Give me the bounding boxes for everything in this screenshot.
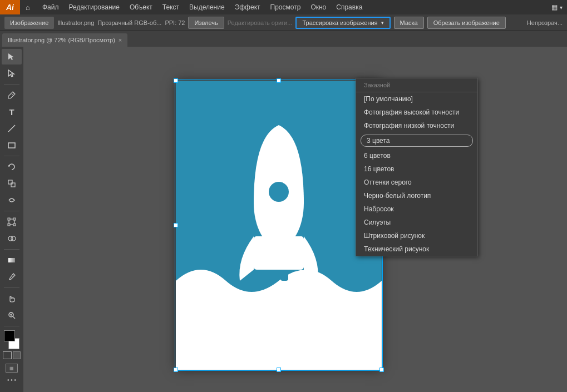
mode-icons bbox=[3, 351, 21, 359]
tool-pen[interactable] bbox=[2, 87, 22, 103]
menu-edit[interactable]: Редактирование bbox=[65, 2, 124, 12]
extract-btn[interactable]: Извлечь bbox=[188, 17, 224, 29]
handle-br[interactable] bbox=[379, 368, 384, 372]
handle-tl[interactable] bbox=[174, 78, 178, 83]
dropdown-item-9[interactable]: Силуэты bbox=[356, 216, 477, 229]
image-tab[interactable]: Изображение bbox=[4, 17, 54, 29]
more-tools-btn[interactable]: • • • bbox=[7, 376, 16, 384]
trace-dropdown-arrow: ▾ bbox=[381, 20, 384, 26]
color-swatches bbox=[2, 330, 22, 349]
normal-mode-icon[interactable] bbox=[3, 351, 12, 359]
options-bar: Изображение Illustrator.png Прозрачный R… bbox=[0, 14, 567, 31]
tool-direct-selection[interactable] bbox=[2, 66, 22, 81]
svg-rect-26 bbox=[254, 236, 304, 270]
edit-original-btn: Редактировать ориги... bbox=[228, 19, 293, 26]
tool-separator-4 bbox=[4, 249, 19, 250]
svg-point-14 bbox=[11, 236, 16, 241]
dropdown-item-0[interactable]: [По умолчанию] bbox=[356, 92, 477, 106]
canvas-area: Заказной [По умолчанию] Фотография высок… bbox=[23, 47, 567, 392]
menu-bar-items: Файл Редактирование Объект Текст Выделен… bbox=[36, 2, 369, 12]
menu-text[interactable]: Текст bbox=[158, 2, 184, 12]
tool-hand[interactable] bbox=[2, 291, 22, 306]
dropdown-item-6[interactable]: Оттенки серого bbox=[356, 176, 477, 189]
dropdown-item-11[interactable]: Технический рисунок bbox=[356, 242, 477, 256]
app-logo: Ai bbox=[0, 0, 20, 14]
dropdown-header: Заказной bbox=[356, 78, 477, 92]
svg-marker-0 bbox=[8, 53, 14, 60]
workspace-switcher[interactable]: ▦▾ bbox=[551, 3, 563, 11]
rocket-illustration bbox=[176, 81, 382, 370]
crop-btn[interactable]: Обрезать изображение bbox=[427, 17, 506, 29]
svg-rect-12 bbox=[13, 224, 16, 226]
svg-rect-7 bbox=[11, 183, 15, 187]
tool-zoom[interactable] bbox=[2, 307, 22, 323]
menu-file[interactable]: Файл bbox=[38, 2, 63, 12]
handle-bl[interactable] bbox=[174, 368, 178, 372]
tool-separator-6 bbox=[4, 326, 19, 326]
tool-free-transform[interactable] bbox=[2, 214, 22, 230]
svg-rect-9 bbox=[8, 218, 10, 220]
dropdown-item-3-wrapper: 3 цвета bbox=[356, 132, 477, 149]
dropdown-item-8[interactable]: Набросок bbox=[356, 202, 477, 216]
tool-type[interactable]: T bbox=[2, 104, 22, 120]
left-toolbar: T bbox=[0, 47, 23, 392]
tool-rectangle[interactable] bbox=[2, 137, 22, 153]
tool-separator-2 bbox=[4, 156, 19, 156]
opacity-label: Непрозрач... bbox=[527, 19, 563, 26]
svg-rect-11 bbox=[8, 224, 10, 226]
main-area: T bbox=[0, 47, 567, 392]
svg-point-23 bbox=[269, 182, 289, 202]
tool-separator-5 bbox=[4, 287, 19, 288]
tool-eyedropper[interactable] bbox=[2, 269, 22, 285]
filename-label: Illustrator.png bbox=[57, 19, 94, 26]
tool-line[interactable] bbox=[2, 121, 22, 136]
dropdown-item-3[interactable]: 3 цвета bbox=[361, 135, 473, 147]
doc-tab[interactable]: Illustrator.png @ 72% (RGB/Просмотр) × bbox=[2, 33, 127, 47]
svg-line-2 bbox=[12, 93, 14, 95]
svg-rect-10 bbox=[13, 218, 16, 220]
menu-bar-right: ▦▾ bbox=[551, 3, 567, 11]
svg-rect-15 bbox=[8, 258, 15, 262]
handle-ml[interactable] bbox=[174, 223, 178, 227]
dropdown-item-1[interactable]: Фотография высокой точности bbox=[356, 106, 477, 119]
menu-view[interactable]: Просмотр bbox=[266, 2, 305, 12]
dropdown-item-2[interactable]: Фотография низкой точности bbox=[356, 119, 477, 132]
home-icon[interactable]: ⌂ bbox=[20, 0, 36, 14]
dropdown-item-5[interactable]: 16 цветов bbox=[356, 162, 477, 176]
tool-gradient[interactable] bbox=[2, 252, 22, 268]
handle-tc[interactable] bbox=[277, 78, 281, 83]
dropdown-item-4[interactable]: 6 цветов bbox=[356, 149, 477, 162]
tool-scale[interactable] bbox=[2, 176, 22, 191]
menu-window[interactable]: Окно bbox=[306, 2, 331, 12]
screen-mode-icons: ▦ bbox=[6, 364, 18, 373]
svg-rect-4 bbox=[8, 143, 15, 148]
menu-object[interactable]: Объект bbox=[125, 2, 157, 12]
menu-select[interactable]: Выделение bbox=[185, 2, 229, 12]
mask-btn[interactable]: Маска bbox=[394, 17, 424, 29]
svg-rect-6 bbox=[8, 180, 12, 184]
tool-rotate[interactable] bbox=[2, 159, 22, 175]
color-mode-label: Прозрачный RGB-об... bbox=[97, 19, 161, 26]
svg-line-18 bbox=[13, 316, 15, 319]
trace-dropdown-menu: Заказной [По умолчанию] Фотография высок… bbox=[356, 78, 478, 256]
foreground-color[interactable] bbox=[4, 330, 15, 341]
svg-line-3 bbox=[8, 125, 15, 132]
doc-tab-bar: Illustrator.png @ 72% (RGB/Просмотр) × bbox=[0, 31, 567, 47]
tool-shape-builder[interactable] bbox=[2, 231, 22, 246]
tool-warp[interactable] bbox=[2, 192, 22, 208]
screen-mode-btn[interactable]: ▦ bbox=[6, 364, 18, 373]
tool-separator-1 bbox=[4, 84, 19, 85]
dropdown-item-10[interactable]: Штриховой рисунок bbox=[356, 229, 477, 242]
quick-mask-icon[interactable] bbox=[13, 351, 21, 359]
menu-effect[interactable]: Эффект bbox=[230, 2, 265, 12]
handle-bc[interactable] bbox=[277, 368, 281, 372]
document-canvas bbox=[176, 81, 382, 370]
trace-image-btn[interactable]: Трассировка изображения ▾ bbox=[295, 17, 390, 29]
tool-separator-3 bbox=[4, 211, 19, 211]
menu-help[interactable]: Справка bbox=[332, 2, 367, 12]
svg-marker-1 bbox=[8, 70, 14, 77]
menu-bar: Ai ⌂ Файл Редактирование Объект Текст Вы… bbox=[0, 0, 567, 14]
dropdown-item-7[interactable]: Черно-белый логотип bbox=[356, 189, 477, 202]
doc-tab-close[interactable]: × bbox=[119, 37, 122, 43]
tool-selection[interactable] bbox=[2, 49, 22, 64]
